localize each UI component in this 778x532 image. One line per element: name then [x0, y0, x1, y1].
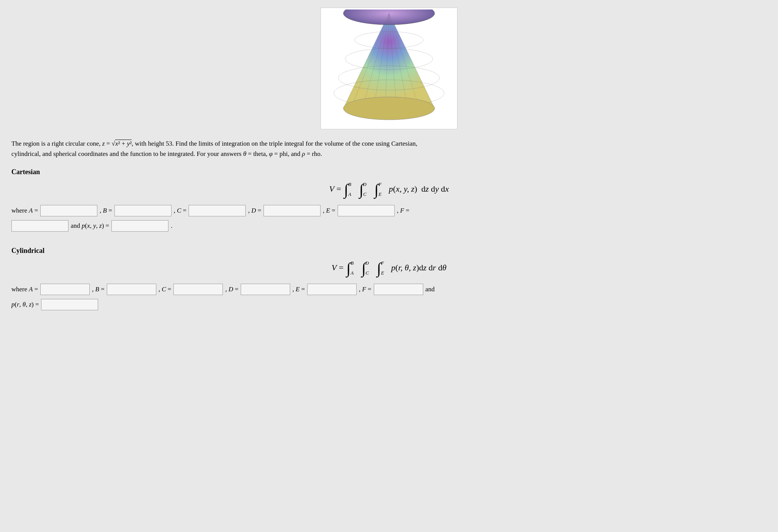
- cartesian-d-input[interactable]: [264, 205, 321, 216]
- cartesian-b-input[interactable]: [114, 205, 171, 216]
- cylindrical-p-input[interactable]: [41, 299, 98, 310]
- cylindrical-c-label: , C =: [159, 286, 171, 293]
- cylindrical-d-input[interactable]: [241, 284, 290, 295]
- cartesian-inputs-row1: where A = , B = , C = , D = , E = , F =: [11, 205, 767, 216]
- cylindrical-section: Cylindrical V = ∫ B A ∫ D C ∫ F E p(r, θ…: [11, 247, 767, 310]
- cylindrical-p-label: p(r, θ, z) =: [11, 301, 39, 308]
- cartesian-c-input[interactable]: [189, 205, 246, 216]
- cartesian-period: .: [171, 222, 172, 230]
- svg-point-1: [343, 10, 435, 25]
- cartesian-c-label: , C =: [174, 207, 187, 214]
- cone-image-section: [11, 8, 767, 129]
- cylindrical-formula: V = ∫ B A ∫ D C ∫ F E p(r, θ, z)dz dr dθ: [11, 261, 767, 276]
- cartesian-section: Cartesian V = ∫ B A ∫ D C ∫ F E p(x, y, …: [11, 168, 767, 232]
- cartesian-a-input[interactable]: [40, 205, 97, 216]
- cartesian-inputs-row2: and p(x, y, z) = .: [11, 220, 767, 232]
- cone-visualization: [321, 8, 457, 129]
- cylindrical-e-label: , E =: [292, 286, 305, 293]
- problem-description: The region is a right circular cone, z =…: [11, 138, 430, 159]
- cartesian-d-label: , D =: [248, 207, 261, 214]
- cylindrical-a-input[interactable]: [40, 284, 90, 295]
- cartesian-e-label: , E =: [323, 207, 335, 214]
- cylindrical-e-input[interactable]: [307, 284, 357, 295]
- svg-point-13: [343, 97, 435, 120]
- cartesian-where-a-label: where A =: [11, 207, 38, 214]
- cylindrical-title: Cylindrical: [11, 247, 767, 255]
- cylindrical-f-input[interactable]: [374, 284, 423, 295]
- cylindrical-b-input[interactable]: [107, 284, 156, 295]
- svg-marker-0: [343, 13, 435, 108]
- cylindrical-d-label: , D =: [225, 286, 238, 293]
- cylindrical-f-label: , F =: [359, 286, 372, 293]
- cylindrical-b-label: , B =: [92, 286, 105, 293]
- cartesian-and-p-label: and p(x, y, z) =: [71, 222, 109, 230]
- cylindrical-inputs-row2: p(r, θ, z) =: [11, 299, 767, 310]
- cartesian-title: Cartesian: [11, 168, 767, 176]
- cartesian-p-input[interactable]: [111, 220, 168, 232]
- cylindrical-c-input[interactable]: [173, 284, 223, 295]
- cartesian-e-input[interactable]: [338, 205, 395, 216]
- cylindrical-and-label: and: [426, 286, 435, 293]
- cartesian-formula: V = ∫ B A ∫ D C ∫ F E p(x, y, z) dz dy d…: [11, 182, 767, 197]
- cartesian-b-label: , B =: [100, 207, 112, 214]
- cartesian-f-label: , F =: [397, 207, 410, 214]
- cylindrical-where-a-label: where A =: [11, 286, 38, 293]
- cartesian-f-input[interactable]: [11, 220, 68, 232]
- cylindrical-inputs-row1: where A = , B = , C = , D = , E = , F = …: [11, 284, 767, 295]
